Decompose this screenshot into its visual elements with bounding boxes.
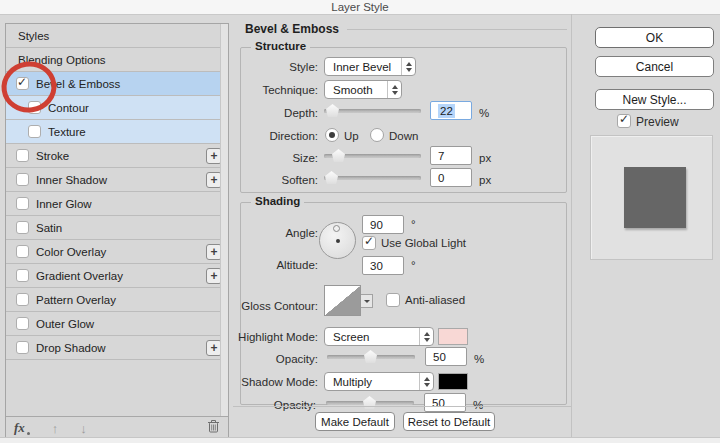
sidebar-item-pattern-overlay[interactable]: Pattern Overlay — [6, 288, 228, 312]
gloss-contour-dropdown-icon[interactable] — [361, 294, 373, 308]
highlight-opacity-field[interactable]: 50 — [425, 347, 467, 366]
sidebar-item-label: Stroke — [36, 150, 69, 162]
highlight-mode-dropdown[interactable]: Screen — [324, 327, 434, 346]
depth-value-field[interactable]: 22 — [430, 101, 472, 120]
fx-icon[interactable]: fx — [14, 420, 25, 436]
depth-slider[interactable] — [324, 104, 421, 117]
highlight-opacity-unit: % — [474, 353, 484, 365]
use-global-light-checkbox[interactable]: ✓ — [362, 236, 376, 250]
size-slider[interactable] — [324, 149, 421, 162]
sidebar-item-texture[interactable]: Texture — [6, 120, 228, 144]
altitude-unit: ° — [411, 259, 416, 271]
dialog-bottom-edge — [0, 437, 720, 443]
angle-dial[interactable] — [319, 222, 356, 259]
make-default-button[interactable]: Make Default — [315, 412, 395, 431]
anti-aliased-label: Anti-aliased — [405, 294, 465, 306]
sidebar-item-inner-shadow[interactable]: Inner Shadow + — [6, 168, 228, 192]
angle-label: Angle: — [285, 227, 318, 239]
bevel-emboss-panel: Bevel & Emboss Structure Style: Inner Be… — [233, 14, 571, 437]
shading-group: Shading Angle: 90 ° ✓ Use Global Light A… — [240, 202, 567, 405]
angle-value-field[interactable]: 90 — [362, 215, 404, 234]
satin-checkbox[interactable] — [16, 221, 29, 234]
texture-checkbox[interactable] — [28, 125, 41, 138]
altitude-value-field[interactable]: 30 — [362, 256, 404, 275]
anti-aliased-checkbox[interactable] — [386, 293, 400, 307]
sidebar-item-outer-glow[interactable]: Outer Glow — [6, 312, 228, 336]
buttons-divider-line — [233, 406, 571, 407]
sidebar-item-styles[interactable]: Styles — [6, 24, 228, 48]
sidebar-item-label: Drop Shadow — [36, 342, 106, 354]
stroke-checkbox[interactable] — [16, 149, 29, 162]
gradient-overlay-checkbox[interactable] — [16, 269, 29, 282]
highlight-mode-label: Highlight Mode: — [238, 331, 318, 343]
color-overlay-checkbox[interactable] — [16, 245, 29, 258]
cancel-button[interactable]: Cancel — [595, 56, 714, 77]
sidebar-item-label: Inner Shadow — [36, 174, 107, 186]
pattern-overlay-checkbox[interactable] — [16, 293, 29, 306]
dropdown-stepper-icon — [401, 58, 415, 75]
highlight-mode-value: Screen — [333, 331, 369, 343]
move-effect-down-icon[interactable]: ↓ — [80, 422, 87, 435]
dialog-title: Layer Style — [331, 1, 389, 13]
shadow-mode-dropdown[interactable]: Multiply — [324, 372, 434, 391]
sidebar-item-blending-options[interactable]: Blending Options — [6, 48, 228, 72]
sidebar-item-label: Outer Glow — [36, 318, 94, 330]
depth-slider-thumb[interactable] — [326, 104, 339, 117]
sidebar-item-label: Styles — [18, 30, 49, 42]
soften-value-field[interactable]: 0 — [430, 168, 472, 187]
inner-glow-checkbox[interactable] — [16, 197, 29, 210]
soften-slider[interactable] — [324, 171, 421, 184]
soften-slider-thumb[interactable] — [325, 171, 338, 184]
move-effect-up-icon[interactable]: ↑ — [52, 422, 59, 435]
shadow-mode-value: Multiply — [333, 376, 372, 388]
preview-area — [590, 135, 713, 260]
contour-checkbox[interactable] — [28, 101, 41, 114]
sidebar-item-satin[interactable]: Satin — [6, 216, 228, 240]
style-label: Style: — [289, 61, 318, 73]
angle-dial-handle[interactable] — [333, 225, 340, 232]
reset-to-default-button[interactable]: Reset to Default — [403, 412, 495, 431]
sidebar-item-gradient-overlay[interactable]: Gradient Overlay + — [6, 264, 228, 288]
size-value-field[interactable]: 7 — [430, 146, 472, 165]
preview-checkbox[interactable]: ✓ — [617, 114, 631, 128]
fx-menu-dot-icon — [27, 432, 30, 435]
inner-shadow-checkbox[interactable] — [16, 173, 29, 186]
sidebar-scrollbar-track[interactable] — [220, 24, 228, 416]
style-dropdown[interactable]: Inner Bevel — [324, 57, 416, 76]
direction-label: Direction: — [269, 130, 318, 142]
preview-thumbnail-square — [624, 167, 686, 228]
new-style-button[interactable]: New Style... — [595, 89, 714, 110]
direction-up-radio[interactable] — [325, 128, 339, 142]
gloss-contour-thumbnail[interactable] — [324, 285, 361, 316]
direction-down-radio[interactable] — [370, 128, 384, 142]
sidebar-item-inner-glow[interactable]: Inner Glow — [6, 192, 228, 216]
altitude-label: Altitude: — [276, 259, 318, 271]
structure-legend: Structure — [251, 40, 310, 52]
sidebar-item-stroke[interactable]: Stroke + — [6, 144, 228, 168]
bevel-emboss-checkbox[interactable]: ✓ — [16, 77, 29, 90]
sidebar-item-contour[interactable]: Contour — [6, 96, 228, 120]
technique-dropdown[interactable]: Smooth — [324, 80, 402, 99]
dropdown-stepper-icon — [419, 373, 433, 390]
soften-label: Soften: — [282, 174, 318, 186]
shadow-opacity-slider[interactable] — [326, 396, 414, 409]
outer-glow-checkbox[interactable] — [16, 317, 29, 330]
sidebar-item-drop-shadow[interactable]: Drop Shadow + — [6, 336, 228, 360]
highlight-opacity-thumb[interactable] — [364, 350, 377, 363]
dropdown-stepper-icon — [419, 328, 433, 345]
sidebar-item-color-overlay[interactable]: Color Overlay + — [6, 240, 228, 264]
ok-button[interactable]: OK — [595, 27, 714, 48]
highlight-opacity-slider[interactable] — [327, 350, 415, 363]
technique-dropdown-value: Smooth — [333, 84, 373, 96]
shadow-opacity-thumb[interactable] — [363, 396, 376, 409]
highlight-color-swatch[interactable] — [438, 328, 468, 345]
drop-shadow-checkbox[interactable] — [16, 341, 29, 354]
shadow-color-swatch[interactable] — [438, 373, 468, 390]
shadow-opacity-field[interactable]: 50 — [424, 393, 466, 412]
size-slider-thumb[interactable] — [332, 149, 345, 162]
angle-unit: ° — [411, 218, 416, 230]
angle-dial-center-dot — [336, 239, 340, 243]
delete-effect-trash-icon[interactable] — [207, 419, 220, 437]
sidebar-item-bevel-emboss[interactable]: ✓ Bevel & Emboss — [6, 72, 228, 96]
panel-title-text: Bevel & Emboss — [245, 22, 339, 36]
